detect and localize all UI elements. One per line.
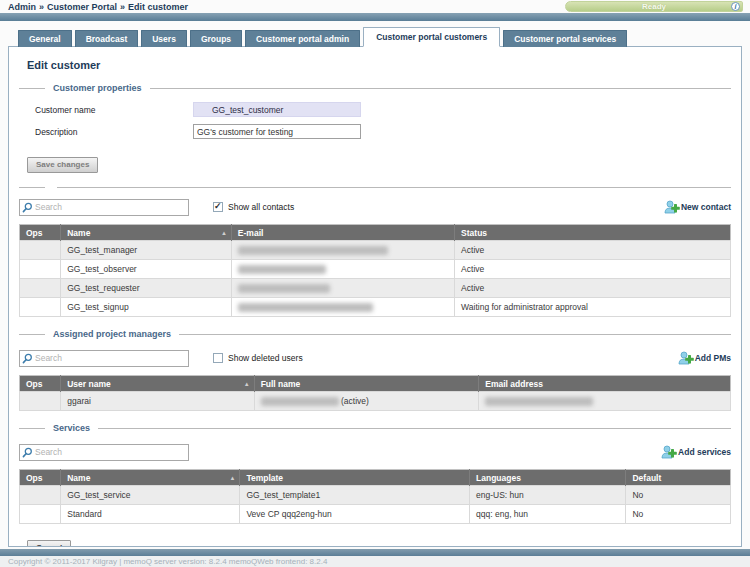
breadcrumb-customer-portal[interactable]: Customer Portal bbox=[47, 2, 117, 12]
project-managers-toolbar: Show deleted users Add PMs bbox=[19, 349, 731, 367]
page-title: Edit customer bbox=[27, 59, 731, 71]
person-plus-icon bbox=[661, 445, 677, 459]
tab-customer-portal-services[interactable]: Customer portal services bbox=[503, 30, 627, 47]
sort-ascending-icon: ▲ bbox=[221, 230, 227, 236]
contact-email-cell bbox=[231, 241, 454, 260]
table-row[interactable]: GG_test_observer Active bbox=[20, 260, 731, 279]
table-row[interactable]: ggarai (active) bbox=[20, 392, 731, 411]
show-all-contacts-checkbox[interactable] bbox=[213, 202, 223, 212]
services-col-template[interactable]: Template bbox=[240, 470, 470, 486]
tab-groups[interactable]: Groups bbox=[190, 30, 242, 47]
add-pms-label: Add PMs bbox=[695, 353, 731, 363]
services-col-name[interactable]: Name▲ bbox=[61, 470, 240, 486]
redacted-email bbox=[238, 284, 330, 293]
ops-cell bbox=[20, 392, 61, 411]
bottom-divider-bar bbox=[0, 549, 750, 556]
status-text: Ready bbox=[642, 2, 666, 11]
contacts-col-email[interactable]: E-mail bbox=[231, 225, 454, 241]
contact-status-cell: Active bbox=[455, 260, 731, 279]
redacted-email bbox=[238, 246, 388, 255]
table-row[interactable]: Standard Veve CP qqq2eng-hun qqq: eng, h… bbox=[20, 505, 731, 524]
new-contact-button[interactable]: New contact bbox=[664, 200, 731, 214]
service-template-cell: Veve CP qqq2eng-hun bbox=[240, 505, 470, 524]
service-languages-cell: eng-US: hun bbox=[470, 486, 626, 505]
table-row[interactable]: GG_test_requester Active bbox=[20, 279, 731, 298]
contacts-search-input[interactable] bbox=[33, 201, 186, 214]
ops-cell bbox=[20, 241, 61, 260]
contact-status-cell: Active bbox=[455, 241, 731, 260]
add-pms-button[interactable]: Add PMs bbox=[678, 351, 731, 365]
services-col-languages[interactable]: Languages bbox=[470, 470, 626, 486]
redacted-full-name bbox=[261, 397, 339, 406]
breadcrumb-admin[interactable]: Admin bbox=[8, 2, 36, 12]
breadcrumb-separator: » bbox=[36, 2, 47, 12]
table-row[interactable]: GG_test_signup Waiting for administrator… bbox=[20, 298, 731, 317]
table-row[interactable]: GG_test_service GG_test_template1 eng-US… bbox=[20, 486, 731, 505]
cancel-button[interactable]: Cancel bbox=[27, 540, 71, 547]
pm-email-cell bbox=[479, 392, 731, 411]
description-field[interactable] bbox=[193, 124, 361, 139]
tab-customer-portal-customers[interactable]: Customer portal customers bbox=[363, 27, 500, 47]
info-icon[interactable]: i bbox=[731, 2, 740, 11]
services-legend-text: Services bbox=[45, 423, 98, 433]
pm-col-ops: Ops bbox=[20, 376, 61, 392]
add-services-button[interactable]: Add services bbox=[661, 445, 731, 459]
add-services-label: Add services bbox=[678, 447, 731, 457]
pm-col-user-name[interactable]: User name▲ bbox=[61, 376, 254, 392]
content-panel: Edit customer Customer properties Custom… bbox=[8, 46, 742, 547]
services-col-default[interactable]: Default bbox=[626, 470, 731, 486]
sort-ascending-icon: ▲ bbox=[229, 475, 235, 481]
project-managers-table: Ops User name▲ Full name Email address g… bbox=[19, 375, 731, 411]
ops-cell bbox=[20, 505, 61, 524]
ops-cell bbox=[20, 260, 61, 279]
contact-email-cell bbox=[231, 279, 454, 298]
tab-users[interactable]: Users bbox=[141, 30, 187, 47]
contacts-col-name[interactable]: Name▲ bbox=[61, 225, 232, 241]
save-changes-button[interactable]: Save changes bbox=[27, 157, 98, 173]
customer-name-row: Customer name bbox=[35, 101, 731, 118]
service-name-cell: Standard bbox=[61, 505, 240, 524]
contact-status-cell: Waiting for administrator approval bbox=[455, 298, 731, 317]
tab-general[interactable]: General bbox=[18, 30, 72, 47]
description-row: Description bbox=[35, 123, 731, 140]
show-all-contacts-label[interactable]: Show all contacts bbox=[228, 202, 294, 212]
pm-col-full-name[interactable]: Full name bbox=[254, 376, 479, 392]
search-icon bbox=[22, 202, 33, 213]
customer-name-label: Customer name bbox=[35, 105, 193, 115]
show-deleted-users-label[interactable]: Show deleted users bbox=[228, 353, 303, 363]
tab-customer-portal-admin[interactable]: Customer portal admin bbox=[245, 30, 360, 47]
project-managers-legend-text: Assigned project managers bbox=[45, 329, 179, 339]
person-plus-icon bbox=[678, 351, 694, 365]
redacted-email bbox=[238, 303, 373, 312]
contacts-section-divider bbox=[19, 187, 731, 188]
description-label: Description bbox=[35, 127, 193, 137]
search-icon bbox=[22, 353, 33, 364]
contacts-col-ops: Ops bbox=[20, 225, 61, 241]
service-template-cell: GG_test_template1 bbox=[240, 486, 470, 505]
show-deleted-users-checkbox[interactable] bbox=[213, 353, 223, 363]
top-divider-bar bbox=[0, 13, 750, 21]
services-header-row: Ops Name▲ Template Languages Default bbox=[20, 470, 731, 486]
service-languages-cell: qqq: eng, hun bbox=[470, 505, 626, 524]
sort-ascending-icon: ▲ bbox=[244, 381, 250, 387]
redacted-email bbox=[238, 265, 326, 274]
ops-cell bbox=[20, 279, 61, 298]
project-managers-legend: Assigned project managers bbox=[19, 329, 731, 339]
pm-searchbox bbox=[19, 350, 189, 367]
pm-header-row: Ops User name▲ Full name Email address bbox=[20, 376, 731, 392]
services-legend: Services bbox=[19, 423, 731, 433]
contacts-header-row: Ops Name▲ E-mail Status bbox=[20, 225, 731, 241]
contact-email-cell bbox=[231, 260, 454, 279]
table-row[interactable]: GG_test_manager Active bbox=[20, 241, 731, 260]
pm-col-email[interactable]: Email address bbox=[479, 376, 731, 392]
tab-bar: General Broadcast Users Groups Customer … bbox=[18, 27, 750, 47]
redacted-email bbox=[485, 397, 593, 406]
ops-cell bbox=[20, 298, 61, 317]
breadcrumb-separator: » bbox=[117, 2, 128, 12]
contact-name-cell: GG_test_manager bbox=[61, 241, 232, 260]
services-search-input[interactable] bbox=[33, 446, 186, 459]
tab-broadcast[interactable]: Broadcast bbox=[75, 30, 139, 47]
pm-search-input[interactable] bbox=[33, 352, 186, 365]
customer-name-field[interactable] bbox=[193, 102, 361, 117]
contacts-col-status[interactable]: Status bbox=[455, 225, 731, 241]
